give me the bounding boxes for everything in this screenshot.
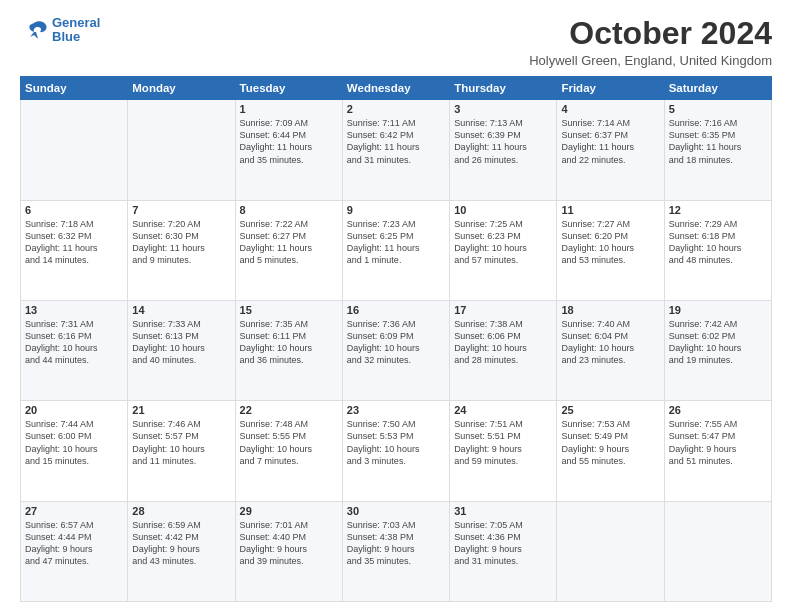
day-number: 28 [132, 505, 230, 517]
calendar-cell: 4Sunrise: 7:14 AMSunset: 6:37 PMDaylight… [557, 100, 664, 200]
day-info: Sunrise: 7:14 AMSunset: 6:37 PMDaylight:… [561, 117, 659, 166]
month-title: October 2024 [529, 16, 772, 51]
day-number: 20 [25, 404, 123, 416]
week-row-2: 6Sunrise: 7:18 AMSunset: 6:32 PMDaylight… [21, 200, 772, 300]
calendar-cell: 26Sunrise: 7:55 AMSunset: 5:47 PMDayligh… [664, 401, 771, 501]
day-number: 1 [240, 103, 338, 115]
day-number: 11 [561, 204, 659, 216]
day-number: 29 [240, 505, 338, 517]
day-info: Sunrise: 7:29 AMSunset: 6:18 PMDaylight:… [669, 218, 767, 267]
weekday-header-friday: Friday [557, 77, 664, 100]
day-info: Sunrise: 7:01 AMSunset: 4:40 PMDaylight:… [240, 519, 338, 568]
week-row-5: 27Sunrise: 6:57 AMSunset: 4:44 PMDayligh… [21, 501, 772, 601]
day-info: Sunrise: 7:25 AMSunset: 6:23 PMDaylight:… [454, 218, 552, 267]
calendar-cell: 6Sunrise: 7:18 AMSunset: 6:32 PMDaylight… [21, 200, 128, 300]
week-row-3: 13Sunrise: 7:31 AMSunset: 6:16 PMDayligh… [21, 300, 772, 400]
calendar-cell: 5Sunrise: 7:16 AMSunset: 6:35 PMDaylight… [664, 100, 771, 200]
day-info: Sunrise: 7:53 AMSunset: 5:49 PMDaylight:… [561, 418, 659, 467]
day-number: 23 [347, 404, 445, 416]
day-number: 15 [240, 304, 338, 316]
calendar-cell: 18Sunrise: 7:40 AMSunset: 6:04 PMDayligh… [557, 300, 664, 400]
calendar-cell: 17Sunrise: 7:38 AMSunset: 6:06 PMDayligh… [450, 300, 557, 400]
calendar-cell [664, 501, 771, 601]
calendar-cell: 15Sunrise: 7:35 AMSunset: 6:11 PMDayligh… [235, 300, 342, 400]
calendar-cell: 1Sunrise: 7:09 AMSunset: 6:44 PMDaylight… [235, 100, 342, 200]
calendar-cell: 2Sunrise: 7:11 AMSunset: 6:42 PMDaylight… [342, 100, 449, 200]
day-info: Sunrise: 7:55 AMSunset: 5:47 PMDaylight:… [669, 418, 767, 467]
day-number: 16 [347, 304, 445, 316]
calendar-cell: 10Sunrise: 7:25 AMSunset: 6:23 PMDayligh… [450, 200, 557, 300]
day-info: Sunrise: 7:40 AMSunset: 6:04 PMDaylight:… [561, 318, 659, 367]
calendar-table: SundayMondayTuesdayWednesdayThursdayFrid… [20, 76, 772, 602]
day-info: Sunrise: 7:38 AMSunset: 6:06 PMDaylight:… [454, 318, 552, 367]
calendar-cell: 11Sunrise: 7:27 AMSunset: 6:20 PMDayligh… [557, 200, 664, 300]
day-info: Sunrise: 7:33 AMSunset: 6:13 PMDaylight:… [132, 318, 230, 367]
day-info: Sunrise: 7:50 AMSunset: 5:53 PMDaylight:… [347, 418, 445, 467]
day-number: 13 [25, 304, 123, 316]
day-number: 4 [561, 103, 659, 115]
calendar-cell: 13Sunrise: 7:31 AMSunset: 6:16 PMDayligh… [21, 300, 128, 400]
day-number: 21 [132, 404, 230, 416]
day-number: 8 [240, 204, 338, 216]
calendar-cell: 29Sunrise: 7:01 AMSunset: 4:40 PMDayligh… [235, 501, 342, 601]
calendar-cell: 22Sunrise: 7:48 AMSunset: 5:55 PMDayligh… [235, 401, 342, 501]
week-row-1: 1Sunrise: 7:09 AMSunset: 6:44 PMDaylight… [21, 100, 772, 200]
logo-line2: Blue [52, 29, 80, 44]
day-info: Sunrise: 7:18 AMSunset: 6:32 PMDaylight:… [25, 218, 123, 267]
calendar-cell: 14Sunrise: 7:33 AMSunset: 6:13 PMDayligh… [128, 300, 235, 400]
day-number: 10 [454, 204, 552, 216]
day-number: 18 [561, 304, 659, 316]
weekday-header-tuesday: Tuesday [235, 77, 342, 100]
day-number: 3 [454, 103, 552, 115]
day-info: Sunrise: 7:44 AMSunset: 6:00 PMDaylight:… [25, 418, 123, 467]
logo-line1: General [52, 15, 100, 30]
day-number: 22 [240, 404, 338, 416]
day-info: Sunrise: 7:16 AMSunset: 6:35 PMDaylight:… [669, 117, 767, 166]
day-info: Sunrise: 7:46 AMSunset: 5:57 PMDaylight:… [132, 418, 230, 467]
calendar-cell: 21Sunrise: 7:46 AMSunset: 5:57 PMDayligh… [128, 401, 235, 501]
day-number: 6 [25, 204, 123, 216]
calendar-cell: 8Sunrise: 7:22 AMSunset: 6:27 PMDaylight… [235, 200, 342, 300]
calendar-cell: 27Sunrise: 6:57 AMSunset: 4:44 PMDayligh… [21, 501, 128, 601]
day-number: 9 [347, 204, 445, 216]
calendar-cell: 23Sunrise: 7:50 AMSunset: 5:53 PMDayligh… [342, 401, 449, 501]
weekday-header-wednesday: Wednesday [342, 77, 449, 100]
calendar-cell: 20Sunrise: 7:44 AMSunset: 6:00 PMDayligh… [21, 401, 128, 501]
calendar-cell: 30Sunrise: 7:03 AMSunset: 4:38 PMDayligh… [342, 501, 449, 601]
calendar-cell: 24Sunrise: 7:51 AMSunset: 5:51 PMDayligh… [450, 401, 557, 501]
calendar-cell [21, 100, 128, 200]
weekday-header-monday: Monday [128, 77, 235, 100]
day-number: 17 [454, 304, 552, 316]
calendar-cell: 19Sunrise: 7:42 AMSunset: 6:02 PMDayligh… [664, 300, 771, 400]
location: Holywell Green, England, United Kingdom [529, 53, 772, 68]
day-info: Sunrise: 7:09 AMSunset: 6:44 PMDaylight:… [240, 117, 338, 166]
title-block: October 2024 Holywell Green, England, Un… [529, 16, 772, 68]
day-number: 19 [669, 304, 767, 316]
weekday-header-saturday: Saturday [664, 77, 771, 100]
day-number: 7 [132, 204, 230, 216]
week-row-4: 20Sunrise: 7:44 AMSunset: 6:00 PMDayligh… [21, 401, 772, 501]
day-info: Sunrise: 7:05 AMSunset: 4:36 PMDaylight:… [454, 519, 552, 568]
page-header: General Blue October 2024 Holywell Green… [20, 16, 772, 68]
day-number: 12 [669, 204, 767, 216]
day-info: Sunrise: 7:42 AMSunset: 6:02 PMDaylight:… [669, 318, 767, 367]
day-number: 5 [669, 103, 767, 115]
day-info: Sunrise: 7:13 AMSunset: 6:39 PMDaylight:… [454, 117, 552, 166]
day-info: Sunrise: 6:57 AMSunset: 4:44 PMDaylight:… [25, 519, 123, 568]
day-info: Sunrise: 7:27 AMSunset: 6:20 PMDaylight:… [561, 218, 659, 267]
day-info: Sunrise: 7:23 AMSunset: 6:25 PMDaylight:… [347, 218, 445, 267]
day-number: 2 [347, 103, 445, 115]
calendar-cell: 31Sunrise: 7:05 AMSunset: 4:36 PMDayligh… [450, 501, 557, 601]
day-number: 27 [25, 505, 123, 517]
calendar-cell: 3Sunrise: 7:13 AMSunset: 6:39 PMDaylight… [450, 100, 557, 200]
calendar-cell [128, 100, 235, 200]
day-info: Sunrise: 7:20 AMSunset: 6:30 PMDaylight:… [132, 218, 230, 267]
day-info: Sunrise: 7:11 AMSunset: 6:42 PMDaylight:… [347, 117, 445, 166]
day-info: Sunrise: 7:51 AMSunset: 5:51 PMDaylight:… [454, 418, 552, 467]
day-number: 14 [132, 304, 230, 316]
day-info: Sunrise: 6:59 AMSunset: 4:42 PMDaylight:… [132, 519, 230, 568]
day-info: Sunrise: 7:31 AMSunset: 6:16 PMDaylight:… [25, 318, 123, 367]
day-info: Sunrise: 7:36 AMSunset: 6:09 PMDaylight:… [347, 318, 445, 367]
day-number: 25 [561, 404, 659, 416]
calendar-cell: 9Sunrise: 7:23 AMSunset: 6:25 PMDaylight… [342, 200, 449, 300]
